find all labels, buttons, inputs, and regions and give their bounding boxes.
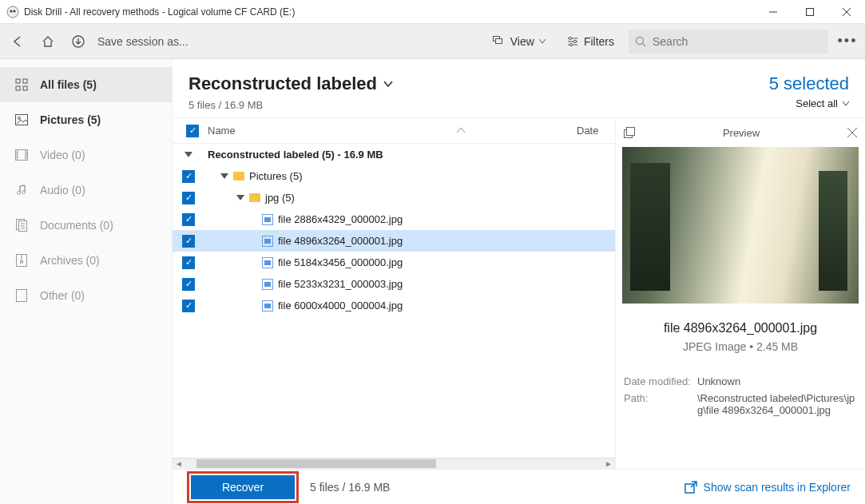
row-checkbox[interactable]: ✓ xyxy=(182,300,195,312)
search-icon xyxy=(635,36,646,47)
file-icon xyxy=(262,279,273,290)
video-icon xyxy=(14,149,29,161)
folder-row[interactable]: ✓ Pictures (5) xyxy=(173,165,615,187)
recover-button[interactable]: Recover xyxy=(191,475,295,499)
file-name: file 5233x3231_000003.jpg xyxy=(278,278,403,290)
sidebar-item-label: All files (5) xyxy=(40,78,97,91)
scroll-left-icon[interactable]: ◄ xyxy=(173,458,185,470)
home-button[interactable] xyxy=(37,30,59,53)
svg-line-35 xyxy=(20,185,25,186)
file-row[interactable]: ✓ file 5233x3231_000003.jpg xyxy=(173,273,615,295)
save-session-icon[interactable] xyxy=(67,30,89,53)
sidebar-item-other[interactable]: Other (0) xyxy=(0,278,172,313)
collapse-icon[interactable] xyxy=(220,173,228,179)
bottom-bar: Recover 5 files / 16.9 MB Show scan resu… xyxy=(173,469,865,504)
col-date[interactable]: Date xyxy=(577,125,615,137)
search-input[interactable] xyxy=(653,35,822,48)
preview-image xyxy=(622,147,859,304)
maximize-button[interactable] xyxy=(792,0,828,24)
row-checkbox[interactable]: ✓ xyxy=(182,256,195,269)
chevron-down-icon xyxy=(539,39,546,44)
folder-label: jpg (5) xyxy=(265,192,295,204)
close-preview-button[interactable] xyxy=(847,128,857,137)
file-name: file 2886x4329_000002.jpg xyxy=(278,213,403,225)
file-icon xyxy=(262,300,273,312)
save-session-label[interactable]: Save session as... xyxy=(97,35,188,48)
file-row[interactable]: ✓ file 2886x4329_000002.jpg xyxy=(173,208,615,230)
row-checkbox[interactable]: ✓ xyxy=(182,278,195,291)
view-button[interactable]: View xyxy=(486,32,552,51)
folder-icon xyxy=(249,193,260,202)
sidebar-item-audio[interactable]: Audio (0) xyxy=(0,173,172,208)
header-checkbox[interactable]: ✓ xyxy=(186,125,199,137)
sidebar-item-archives[interactable]: Archives (0) xyxy=(0,243,172,278)
file-row[interactable]: ✓ file 5184x3456_000000.jpg xyxy=(173,252,615,273)
app-icon xyxy=(6,6,19,18)
collapse-icon[interactable] xyxy=(236,195,244,200)
svg-point-0 xyxy=(7,6,18,18)
svg-rect-44 xyxy=(17,290,27,302)
more-button[interactable]: ••• xyxy=(836,30,859,53)
scroll-thumb[interactable] xyxy=(196,459,436,468)
svg-rect-4 xyxy=(807,8,814,15)
page-title[interactable]: Reconstructed labeled xyxy=(188,73,393,94)
show-in-explorer-link[interactable]: Show scan results in Explorer xyxy=(684,481,851,494)
select-all[interactable]: Select all xyxy=(769,97,849,109)
filters-icon xyxy=(566,36,579,47)
view-icon xyxy=(493,36,506,47)
file-row[interactable]: ✓ file 4896x3264_000001.jpg xyxy=(173,230,615,252)
file-icon xyxy=(262,214,273,225)
group-row[interactable]: Reconstructed labeled (5) - 16.9 MB xyxy=(173,144,615,165)
file-list: ✓ Name Date Reconstructed labeled (5) - … xyxy=(173,118,616,469)
filters-button[interactable]: Filters xyxy=(560,32,621,51)
sidebar-item-label: Pictures (5) xyxy=(40,113,101,126)
svg-point-33 xyxy=(18,192,21,195)
svg-rect-46 xyxy=(627,128,635,136)
view-label: View xyxy=(510,35,534,48)
external-link-icon xyxy=(684,481,697,494)
sidebar-item-label: Documents (0) xyxy=(40,219,113,232)
search-box[interactable] xyxy=(629,30,828,54)
row-checkbox[interactable]: ✓ xyxy=(182,170,195,183)
file-name: file 5184x3456_000000.jpg xyxy=(278,256,403,268)
col-name[interactable]: Name xyxy=(204,125,457,137)
audio-icon xyxy=(14,184,29,196)
popout-icon[interactable] xyxy=(624,127,635,138)
sidebar-item-label: Video (0) xyxy=(40,149,85,161)
chevron-down-icon xyxy=(383,81,393,87)
folder-label: Pictures (5) xyxy=(249,170,302,182)
picture-icon xyxy=(14,114,29,125)
preview-filename: file 4896x3264_000001.jpg xyxy=(616,321,865,335)
meta-date-value: Unknown xyxy=(697,375,857,387)
folder-row[interactable]: ✓ jpg (5) xyxy=(173,187,615,208)
scroll-right-icon[interactable]: ► xyxy=(602,458,615,470)
folder-icon xyxy=(233,172,244,181)
meta-date-label: Date modified: xyxy=(624,375,697,387)
svg-point-13 xyxy=(569,37,571,39)
horizontal-scrollbar[interactable]: ◄ ► xyxy=(173,458,615,469)
sidebar-item-allfiles[interactable]: All files (5) xyxy=(0,67,172,102)
minimize-button[interactable] xyxy=(755,0,792,24)
svg-point-14 xyxy=(573,40,576,42)
sidebar-item-documents[interactable]: Documents (0) xyxy=(0,208,172,243)
svg-rect-18 xyxy=(16,79,20,83)
sidebar-item-label: Archives (0) xyxy=(40,254,100,267)
group-label: Reconstructed labeled (5) - 16.9 MB xyxy=(208,149,383,161)
back-button[interactable] xyxy=(6,30,29,53)
file-row[interactable]: ✓ file 6000x4000_000004.jpg xyxy=(173,295,615,316)
sidebar-item-video[interactable]: Video (0) xyxy=(0,137,172,173)
grid-icon xyxy=(14,78,29,91)
svg-rect-19 xyxy=(23,79,27,83)
recover-highlight: Recover xyxy=(187,471,299,503)
content: Reconstructed labeled 5 files / 16.9 MB … xyxy=(173,59,865,504)
svg-rect-21 xyxy=(23,86,27,90)
row-checkbox[interactable]: ✓ xyxy=(182,213,195,226)
row-checkbox[interactable]: ✓ xyxy=(182,192,195,204)
toolbar: Save session as... View Filters ••• xyxy=(0,24,865,59)
sidebar-item-pictures[interactable]: Pictures (5) xyxy=(0,102,172,137)
row-checkbox[interactable]: ✓ xyxy=(182,235,195,248)
collapse-icon[interactable] xyxy=(185,152,192,157)
close-button[interactable] xyxy=(828,0,865,24)
meta-path-value: \Reconstructed labeled\Pictures\jpg\file… xyxy=(697,392,857,416)
svg-line-17 xyxy=(643,44,645,46)
